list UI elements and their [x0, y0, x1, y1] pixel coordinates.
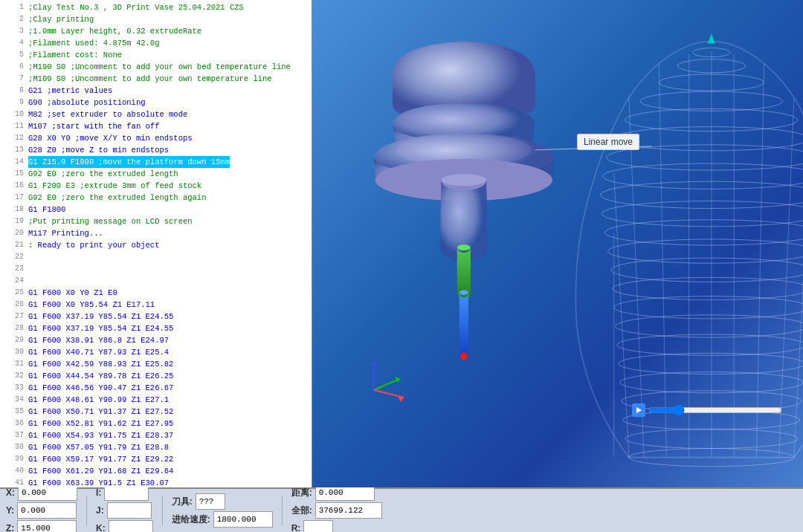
line-text: G1 F600 X37.19 Y85.54 Z1 E24.55: [28, 322, 173, 334]
y-row: Y:: [6, 502, 77, 519]
svg-point-28: [602, 201, 803, 226]
tool-row: 刀具:: [172, 493, 273, 510]
line-text: : Ready to print your object: [28, 239, 159, 251]
status-bar: X: Y: Z: I: J: K: 刀具:: [0, 487, 803, 532]
gcode-line: 26G1 F600 X0 Y85.54 Z1 E17.11: [0, 299, 312, 311]
line-text: G28 X0 Y0 ;move X/Y to min endstops: [28, 132, 193, 144]
line-text: G1 F600 X50.71 Y91.37 Z1 E27.52: [28, 406, 173, 418]
z-row: Z:: [6, 520, 77, 532]
y-input[interactable]: [17, 502, 77, 519]
divider-2: [162, 496, 163, 525]
viewport-3d: Linear move: [312, 0, 803, 487]
line-number: 6: [3, 61, 24, 73]
line-text: G92 E0 ;zero the extruded length: [28, 168, 178, 180]
gcode-line: 39G1 F600 X59.17 Y91.77 Z1 E29.22: [0, 453, 312, 465]
line-number: 31: [3, 358, 24, 370]
svg-point-24: [613, 277, 803, 299]
gcode-line: 30G1 F600 X40.71 Y87.93 Z1 E25.4: [0, 346, 312, 358]
r-input[interactable]: [303, 520, 333, 532]
gcode-line: 19;Put printing message on LCD screen: [0, 215, 312, 227]
svg-point-29: [601, 181, 803, 208]
line-number: 39: [3, 453, 24, 465]
gcode-line: 16G1 F200 E3 ;extrude 3mm of feed stock: [0, 180, 312, 192]
full-row: 全部:: [291, 502, 382, 519]
z-label: Z:: [6, 523, 14, 532]
gcode-line: 11M107 ;start with the fan off: [0, 120, 312, 132]
gcode-line: 38G1 F600 X57.05 Y91.79 Z1 E28.8: [0, 441, 312, 453]
line-text: ;Filament cost: None: [28, 49, 122, 61]
coordinate-group: X: Y: Z:: [6, 484, 77, 532]
line-text: G1 F600 X61.29 Y91.68 Z1 E29.64: [28, 465, 173, 477]
gcode-line: 40G1 F600 X61.29 Y91.68 Z1 E29.64: [0, 465, 312, 477]
feed-input[interactable]: [213, 511, 273, 528]
line-number: 26: [3, 299, 24, 311]
gcode-line: 3;1.0mm Layer height, 0.32 extrudeRate: [0, 25, 312, 37]
line-text: ;1.0mm Layer height, 0.32 extrudeRate: [28, 25, 201, 37]
tool-group: 刀具: 进给速度:: [172, 493, 273, 528]
line-number: 4: [3, 37, 24, 49]
gcode-line: 7;M109 S0 ;Uncomment to add your own tem…: [0, 73, 312, 85]
line-text: G1 F600 X57.05 Y91.79 Z1 E28.8: [28, 441, 169, 453]
line-number: 3: [3, 25, 24, 37]
gcode-line: 31G1 F600 X42.59 Y88.93 Z1 E25.82: [0, 358, 312, 370]
line-text: G90 ;absolute positioning: [28, 97, 146, 108]
svg-point-23: [614, 296, 803, 319]
line-text: ;Put printing message on LCD screen: [28, 215, 193, 227]
line-number: 40: [3, 465, 24, 477]
z-input[interactable]: [17, 520, 77, 532]
k-input[interactable]: [109, 520, 153, 532]
gcode-line: 22: [0, 251, 312, 263]
gcode-line: 4;Filament used: 4.875m 42.0g: [0, 37, 312, 49]
svg-marker-10: [395, 377, 400, 383]
gcode-panel[interactable]: 1;Clay Test No.3 , 3D Print Vase 25.04.2…: [0, 0, 312, 487]
line-number: 37: [3, 429, 24, 441]
svg-marker-14: [372, 360, 376, 365]
svg-line-50: [535, 146, 651, 150]
line-number: 34: [3, 394, 24, 406]
gcode-line: 34G1 F600 X48.61 Y90.99 Z1 E27.1: [0, 394, 312, 406]
line-text: G1 F600 X52.81 Y91.62 Z1 E27.95: [28, 418, 173, 429]
line-number: 36: [3, 418, 24, 429]
gcode-line: 14G1 Z15.0 F1800 ;move the platform down…: [0, 156, 312, 168]
j-input[interactable]: [107, 502, 152, 519]
svg-line-47: [794, 172, 803, 458]
full-input[interactable]: [315, 502, 382, 519]
gcode-line: 20M117 Printing...: [0, 227, 312, 239]
play-button[interactable]: [632, 403, 645, 417]
line-number: 5: [3, 49, 24, 61]
k-row: K:: [96, 520, 153, 532]
gcode-line: 32G1 F600 X44.54 Y89.78 Z1 E26.25: [0, 370, 312, 382]
line-text: G1 F600 X46.56 Y90.47 Z1 E26.67: [28, 382, 173, 394]
tool-input[interactable]: [196, 493, 225, 510]
line-text: ;M109 S0 ;Uncomment to add your own temp…: [28, 73, 272, 85]
line-number: 20: [3, 227, 24, 239]
line-number: 21: [3, 239, 24, 251]
gcode-content: 1;Clay Test No.3 , 3D Print Vase 25.04.2…: [0, 0, 312, 487]
line-number: 15: [3, 168, 24, 180]
dist-group: 距离: 全部: R:: [291, 484, 382, 532]
gcode-line: 13G28 Z0 ;move Z to min endstops: [0, 144, 312, 156]
line-text: G1 F600 X0 Y0 Z1 E0: [28, 287, 117, 299]
line-number: 41: [3, 477, 24, 487]
gcode-line: 9G90 ;absolute positioning: [0, 97, 312, 108]
line-text: G1 F600 X0 Y85.54 Z1 E17.11: [28, 299, 155, 311]
line-text: G1 F600 X38.91 Y86.8 Z1 E24.97: [28, 334, 169, 346]
gcode-line: 37G1 F600 X54.93 Y91.75 Z1 E28.37: [0, 429, 312, 441]
line-number: 19: [3, 215, 24, 227]
line-number: 23: [3, 263, 24, 275]
line-number: 2: [3, 13, 24, 25]
svg-line-39: [614, 172, 629, 458]
line-text: G1 F200 E3 ;extrude 3mm of feed stock: [28, 180, 201, 192]
progress-slider[interactable]: [648, 405, 782, 415]
svg-line-45: [756, 64, 764, 458]
viewport-panel[interactable]: Linear move: [312, 0, 803, 487]
line-number: 35: [3, 406, 24, 418]
line-text: G1 F600 X48.61 Y90.99 Z1 E27.1: [28, 394, 169, 406]
j-row: J:: [96, 502, 153, 519]
gcode-line: 15G92 E0 ;zero the extruded length: [0, 168, 312, 180]
svg-marker-49: [708, 33, 715, 43]
line-number: 30: [3, 346, 24, 358]
j-label: J:: [96, 505, 104, 516]
line-text: ;M190 S0 ;Uncomment to add your own bed …: [28, 61, 291, 73]
line-number: 22: [3, 251, 24, 263]
